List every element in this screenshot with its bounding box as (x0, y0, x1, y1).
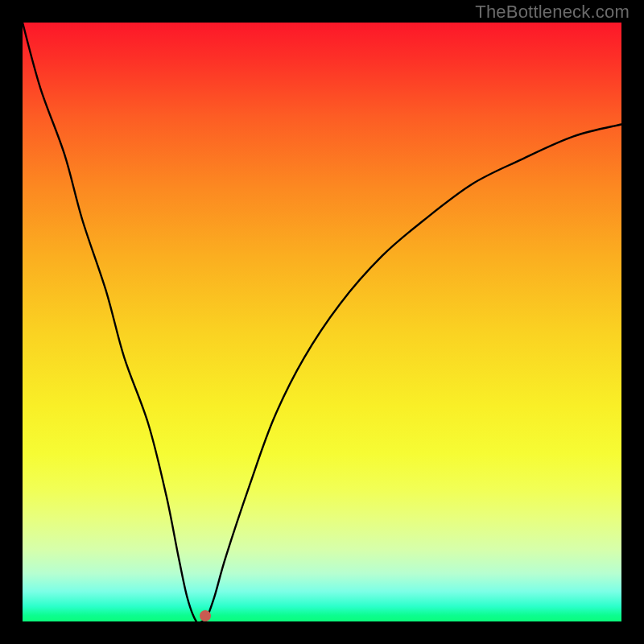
bottleneck-curve (23, 23, 621, 621)
minimum-marker-dot (200, 610, 211, 621)
plot-area (23, 23, 621, 621)
chart-frame: TheBottleneck.com (0, 0, 644, 644)
watermark-text: TheBottleneck.com (475, 2, 630, 23)
